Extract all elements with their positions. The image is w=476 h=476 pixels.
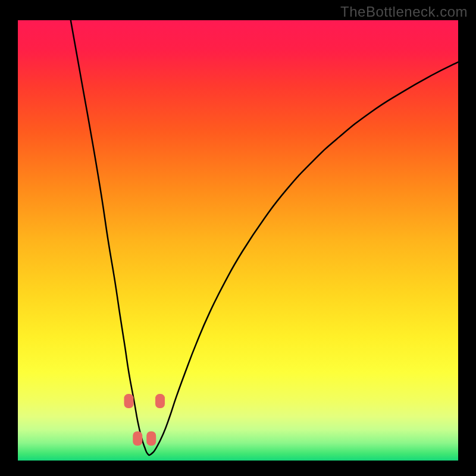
chart-canvas <box>0 0 476 476</box>
plot-background <box>18 20 458 461</box>
watermark-text: TheBottleneck.com <box>340 4 468 20</box>
chart-frame: TheBottleneck.com <box>0 0 476 476</box>
curve-marker <box>146 431 156 446</box>
curve-marker <box>124 394 133 408</box>
curve-marker <box>155 394 165 408</box>
curve-marker <box>133 431 142 446</box>
